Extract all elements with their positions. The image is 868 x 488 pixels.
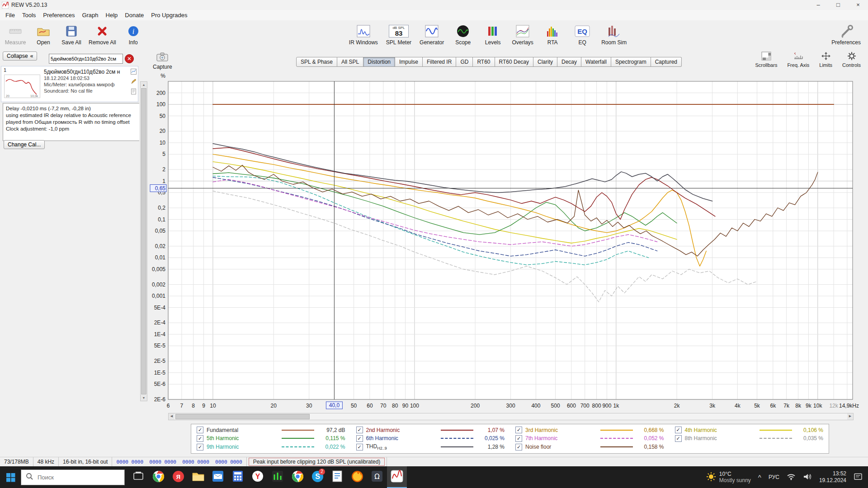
toolbar-label: Open: [37, 39, 50, 46]
tab-impulse[interactable]: Impulse: [395, 57, 423, 67]
tray-overflow-chevron[interactable]: ^: [758, 474, 761, 481]
scroll-right-icon[interactable]: ▶: [847, 413, 853, 420]
taskbar-app-notes[interactable]: [327, 466, 347, 488]
notes-sheet-icon[interactable]: [131, 88, 137, 96]
pencil-icon[interactable]: [131, 78, 137, 86]
taskbar-app-mail[interactable]: [208, 466, 228, 488]
legend-checkbox[interactable]: ✓: [356, 444, 363, 450]
scroll-left-icon[interactable]: ◀: [169, 413, 175, 420]
minimize-button[interactable]: –: [808, 0, 828, 10]
vertical-scroll-thumb[interactable]: [141, 88, 146, 394]
measure-button[interactable]: Measure: [5, 24, 26, 46]
legend-checkbox[interactable]: ✓: [515, 435, 522, 442]
tab-spectrogram[interactable]: Spectrogram: [611, 57, 651, 67]
legend-checkbox[interactable]: ✓: [675, 427, 682, 433]
horizontal-scrollbar[interactable]: ◀ ▶: [168, 413, 854, 420]
freq-axis-button[interactable]: Freq. Axis: [787, 52, 809, 68]
legend-checkbox[interactable]: ✓: [515, 427, 522, 433]
remove-all-button[interactable]: Remove All: [89, 24, 116, 46]
tab-spl-phase[interactable]: SPL & Phase: [296, 57, 337, 67]
taskbar-app-firefox[interactable]: [347, 466, 367, 488]
overlays-button[interactable]: Overlays: [512, 24, 533, 46]
vertical-scrollbar[interactable]: ▲ ▼: [140, 81, 147, 401]
legend-checkbox[interactable]: ✓: [197, 444, 203, 450]
tab-rt60[interactable]: RT60: [473, 57, 495, 67]
levels-button[interactable]: Levels: [482, 24, 504, 46]
legend-checkbox[interactable]: ✓: [515, 444, 522, 450]
legend-checkbox[interactable]: ✓: [197, 427, 203, 433]
legend-checkbox[interactable]: ✓: [675, 435, 682, 442]
wifi-icon[interactable]: [787, 473, 796, 482]
taskbar-search[interactable]: [21, 469, 125, 485]
rta-button[interactable]: RTA: [542, 24, 563, 46]
collapse-button[interactable]: Collapse «: [3, 52, 37, 61]
ir-windows-button[interactable]: IR Windows: [349, 24, 378, 46]
tab-all-spl[interactable]: All SPL: [337, 57, 363, 67]
language-indicator[interactable]: РУС: [769, 474, 779, 480]
taskbar-app-browser-chrome[interactable]: [148, 466, 168, 488]
scroll-up-icon[interactable]: ▲: [141, 82, 147, 88]
maximize-button[interactable]: □: [828, 0, 848, 10]
legend-checkbox[interactable]: ✓: [356, 427, 363, 433]
preferences-button[interactable]: Preferences: [831, 24, 861, 46]
taskbar-app-calculator[interactable]: [228, 466, 248, 488]
room-sim-button[interactable]: Room Sim: [601, 24, 627, 46]
scope-button[interactable]: Scope: [452, 24, 474, 46]
notification-center-icon[interactable]: [854, 473, 863, 482]
tab-waterfall[interactable]: Waterfall: [581, 57, 611, 67]
menu-help[interactable]: Help: [102, 11, 122, 19]
start-button[interactable]: [0, 466, 21, 488]
taskbar-app-browser-chromium[interactable]: [288, 466, 307, 488]
limits-button[interactable]: Limits: [819, 52, 832, 68]
change-cal-button[interactable]: Change Cal...: [4, 140, 45, 149]
legend-checkbox[interactable]: ✓: [356, 435, 363, 442]
menu-preferences[interactable]: Preferences: [39, 11, 78, 19]
tab-decay[interactable]: Decay: [557, 57, 581, 67]
save-all-button[interactable]: Save All: [61, 24, 82, 46]
taskbar-app-task-view[interactable]: [128, 466, 148, 488]
menu-pro-upgrades[interactable]: Pro Upgrades: [147, 11, 191, 19]
taskbar-app-yandex-browser[interactable]: Я: [168, 466, 188, 488]
weather-widget[interactable]: 10°C Mostly sunny: [706, 471, 751, 483]
scroll-down-icon[interactable]: ▼: [141, 395, 147, 401]
taskbar-app-ohm-app[interactable]: Ω: [367, 466, 387, 488]
y-axis-labels: 2001005020105210,50,20,10,050,020,010,00…: [152, 90, 165, 403]
svg-text:10: 10: [160, 140, 166, 146]
legend-value: 0,158 %: [636, 444, 664, 450]
capture-button[interactable]: Capture: [153, 52, 172, 70]
info-button[interactable]: iInfo: [123, 24, 144, 46]
close-button[interactable]: ×: [848, 0, 868, 10]
tab-rt60-decay[interactable]: RT60 Decay: [495, 57, 533, 67]
spl-meter-button[interactable]: dB SPL83SPL Meter: [386, 24, 411, 46]
overlays-icon: [516, 24, 529, 38]
tab-captured[interactable]: Captured: [651, 57, 682, 67]
tab-clarity[interactable]: Clarity: [533, 57, 557, 67]
taskbar-app-audio-mixer[interactable]: [268, 466, 288, 488]
menu-tools[interactable]: Tools: [19, 11, 39, 19]
mini-chart-icon[interactable]: [131, 68, 137, 76]
scrollbars-button[interactable]: Scrollbars: [755, 52, 777, 68]
legend-checkbox[interactable]: ✓: [197, 435, 203, 442]
menu-file[interactable]: File: [2, 11, 19, 19]
remove-measurement-icon[interactable]: ✕: [125, 54, 134, 63]
search-input[interactable]: [37, 474, 106, 481]
open-button[interactable]: Open: [33, 24, 54, 46]
tab-distortion[interactable]: Distortion: [363, 57, 395, 67]
menu-donate[interactable]: Donate: [121, 11, 147, 19]
tab-gd[interactable]: GD: [456, 57, 473, 67]
generator-button[interactable]: Generator: [420, 24, 444, 46]
tab-filtered-ir[interactable]: Filtered IR: [423, 57, 456, 67]
horizontal-scroll-thumb[interactable]: [175, 414, 310, 419]
controls-button[interactable]: Controls: [842, 52, 861, 68]
clock[interactable]: 13:52 19.12.2024: [819, 470, 846, 484]
measurement-name-input[interactable]: [49, 54, 123, 64]
taskbar-app-yandex-app[interactable]: Y: [248, 466, 268, 488]
taskbar-app-rew[interactable]: [387, 466, 407, 488]
eq-button[interactable]: EQEQ: [571, 24, 593, 46]
legend-line-swatch: [600, 446, 633, 447]
taskbar-app-skype[interactable]: S2: [307, 466, 327, 488]
menu-graph[interactable]: Graph: [78, 11, 102, 19]
volume-icon[interactable]: [803, 473, 812, 482]
measurement-list-item[interactable]: 1 20 10,0k 5дюймов50гдн110дб2во 2см н 18…: [1, 66, 138, 102]
taskbar-app-file-explorer[interactable]: [188, 466, 208, 488]
